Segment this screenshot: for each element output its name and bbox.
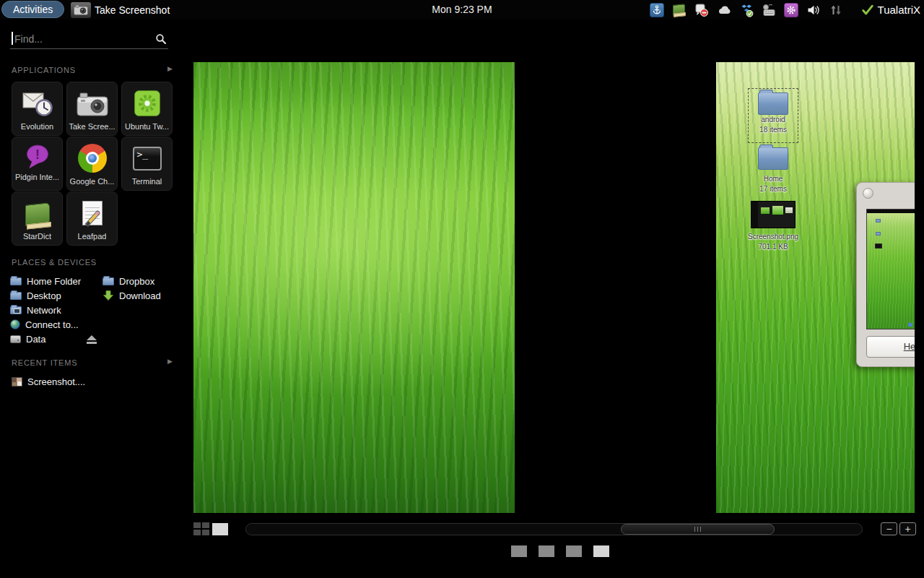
app-tile-google-chrome[interactable]: Google Ch... <box>66 137 118 191</box>
workspace-thumbnail-left[interactable] <box>193 62 515 513</box>
app-tile-evolution[interactable]: Evolution <box>12 82 63 136</box>
app-tile-take-screenshot[interactable]: Take Scree... <box>66 82 118 136</box>
desktop-icon-detail: 701.1 KB <box>739 242 807 252</box>
app-tile-leafpad[interactable]: Leafpad <box>66 191 118 246</box>
terminal-icon <box>131 142 164 175</box>
recent-item-screenshot[interactable]: Screenshot.... <box>12 376 85 387</box>
desktop-icon-detail: 18 items <box>749 125 798 135</box>
home-folder-icon <box>10 277 22 285</box>
workspace-page-indicator[interactable] <box>511 545 527 557</box>
image-thumbnail-icon <box>12 377 22 387</box>
drive-icon <box>10 335 21 343</box>
app-label: Evolution <box>21 122 53 131</box>
sync-arrows-indicator-icon[interactable] <box>829 3 843 17</box>
pidgin-bubble-icon: ! <box>23 142 52 171</box>
workspace-thumbnail-right[interactable]: android 18 items Home 17 items Screensho… <box>716 62 915 513</box>
applications-expand-icon[interactable]: ▶ <box>167 65 173 72</box>
place-item-download[interactable]: Download <box>103 288 161 303</box>
text-cursor <box>12 32 13 45</box>
globe-icon <box>10 319 20 329</box>
places-header: PLACES & DEVICES <box>12 258 97 267</box>
chrome-icon <box>76 142 109 175</box>
stardict-indicator-icon[interactable] <box>672 3 687 17</box>
desktop-icon-detail: 17 items <box>748 184 798 194</box>
leafpad-notepad-icon <box>76 197 109 230</box>
dropbox-folder-icon <box>103 277 114 285</box>
volume-indicator-icon[interactable] <box>806 3 821 17</box>
search-input[interactable] <box>14 31 144 47</box>
app-label: Ubuntu Tw... <box>125 122 169 131</box>
desktop-icon-label: android <box>749 115 798 125</box>
eject-icon[interactable] <box>86 335 97 345</box>
app-tile-stardict[interactable]: StarDict <box>12 191 63 246</box>
workspace-page-indicators <box>511 545 609 557</box>
recent-items-header: RECENT ITEMS <box>12 358 77 367</box>
desktop-icon-home: Home 17 items <box>748 147 798 194</box>
grid-view-toggle-icon[interactable] <box>193 522 209 535</box>
user-name: TualatriX <box>878 4 920 16</box>
zoom-in-button[interactable]: + <box>899 522 916 535</box>
message-busy-indicator-icon[interactable] <box>694 3 709 17</box>
dash-sidebar: APPLICATIONS ▶ Evolution <box>0 20 180 578</box>
place-item-dropbox[interactable]: Dropbox <box>103 274 161 288</box>
recent-item-label: Screenshot.... <box>27 376 85 387</box>
place-item-connect-to[interactable]: Connect to... <box>10 317 81 332</box>
place-label: Connect to... <box>25 319 79 330</box>
evolution-mail-icon <box>21 87 54 120</box>
network-folder-icon <box>10 306 22 314</box>
places-column-right: Dropbox Download <box>103 274 161 303</box>
search-icon[interactable] <box>155 33 167 48</box>
place-label: Home Folder <box>27 276 81 287</box>
app-label: StarDict <box>23 232 51 241</box>
camera-app-icon <box>76 87 109 120</box>
desktop-icon-label: Screenshot.png <box>739 232 807 242</box>
workspace-page-indicator[interactable] <box>566 545 582 557</box>
screenshot-dialog-window[interactable]: He <box>856 182 915 367</box>
image-preview-icon <box>751 201 796 228</box>
linear-view-toggle-icon[interactable] <box>212 523 228 535</box>
gnome-shell-overview: Activities Take Screenshot Mon 9:23 PM <box>0 0 924 578</box>
applications-header: APPLICATIONS <box>12 66 76 74</box>
dropbox-indicator-icon[interactable] <box>739 3 754 17</box>
place-item-data[interactable]: Data <box>10 332 81 346</box>
status-check-icon <box>861 4 874 17</box>
place-label: Desktop <box>27 290 61 301</box>
place-item-home-folder[interactable]: Home Folder <box>10 274 81 288</box>
app-tile-ubuntu-tweak[interactable]: Ubuntu Tw... <box>121 82 173 136</box>
place-label: Data <box>26 334 45 345</box>
place-label: Network <box>27 305 61 316</box>
place-item-network[interactable]: Network <box>10 303 81 317</box>
desktop-icon-android: android 18 items <box>748 88 798 143</box>
folder-icon <box>758 147 788 170</box>
tweak-gear-indicator-icon[interactable] <box>784 3 798 17</box>
app-label: Terminal <box>132 177 162 186</box>
zoom-out-button[interactable]: − <box>881 522 897 535</box>
recent-items-expand-icon[interactable]: ▶ <box>167 358 173 365</box>
app-tile-pidgin[interactable]: ! Pidgin Inte... <box>12 137 63 191</box>
workspace-page-indicator-active[interactable] <box>593 545 609 557</box>
cloud-indicator-icon[interactable] <box>717 3 731 17</box>
folder-icon <box>758 92 788 115</box>
user-menu[interactable]: TualatriX <box>861 4 920 17</box>
workspace-scrollbar-thumb[interactable] <box>621 524 775 535</box>
applications-grid: Evolution Take Scree... <box>12 82 173 246</box>
stardict-book-icon <box>21 197 54 230</box>
app-tile-terminal[interactable]: Terminal <box>121 137 173 191</box>
app-label: Pidgin Inte... <box>15 173 59 181</box>
workspace-scrollbar-track[interactable] <box>245 523 863 535</box>
anchor-indicator-icon[interactable] <box>650 3 664 17</box>
keyboard-indicator-icon[interactable] <box>762 3 776 17</box>
help-button: He <box>866 336 915 358</box>
top-bar: Activities Take Screenshot Mon 9:23 PM <box>0 0 924 20</box>
desktop-icon-label: Home <box>748 174 798 184</box>
system-tray: TualatriX <box>650 0 920 20</box>
desktop-icon-screenshot-png: Screenshot.png 701.1 KB <box>739 201 807 252</box>
app-label: Leafpad <box>78 232 107 241</box>
dialog-circle-icon <box>863 188 873 199</box>
svg-text:!: ! <box>35 147 39 162</box>
desktop-folder-icon <box>10 292 22 300</box>
workspace-page-indicator[interactable] <box>539 545 554 557</box>
search-box <box>10 30 168 49</box>
place-item-desktop[interactable]: Desktop <box>10 288 81 303</box>
place-label: Download <box>119 290 161 301</box>
